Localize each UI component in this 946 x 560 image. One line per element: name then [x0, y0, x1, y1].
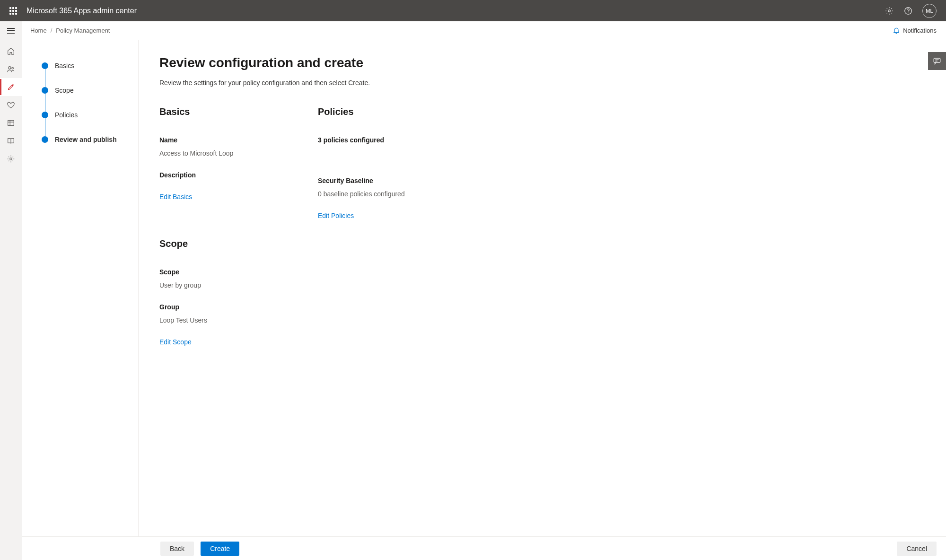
breadcrumb-current[interactable]: Policy Management [56, 27, 110, 34]
avatar-initials: ML [926, 8, 933, 14]
app-title: Microsoft 365 Apps admin center [26, 7, 885, 15]
breadcrumb-separator: / [51, 27, 53, 34]
user-avatar[interactable]: ML [922, 4, 937, 18]
top-header: Microsoft 365 Apps admin center ML [0, 0, 946, 21]
waffle-icon[interactable] [4, 0, 23, 21]
help-icon[interactable] [903, 6, 913, 16]
notifications-label: Notifications [903, 27, 937, 34]
bell-icon [893, 27, 900, 35]
hamburger-menu[interactable] [0, 21, 22, 40]
svg-point-0 [888, 9, 891, 12]
settings-icon[interactable] [885, 6, 894, 16]
breadcrumb-bar: Home / Policy Management Notifications [0, 21, 946, 40]
notifications-button[interactable]: Notifications [893, 27, 937, 35]
breadcrumb-home[interactable]: Home [30, 27, 47, 34]
svg-point-2 [908, 12, 908, 13]
